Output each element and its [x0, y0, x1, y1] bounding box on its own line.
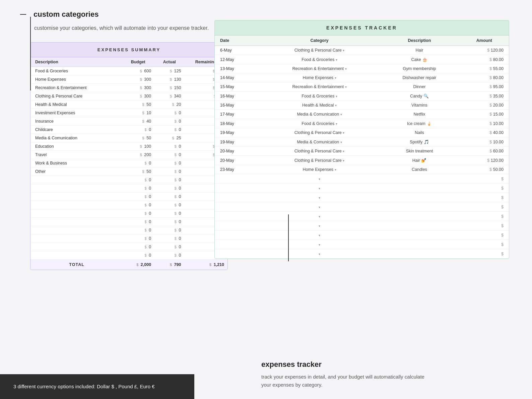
empty-actual: $ 0 [154, 201, 184, 209]
dropdown-arrow[interactable]: ▾ [340, 140, 342, 144]
dropdown-arrow[interactable]: ▾ [343, 131, 344, 135]
tracker-empty-desc [379, 202, 460, 212]
row-actual: $ 0 [154, 109, 184, 117]
dropdown-arrow[interactable]: ▾ [335, 104, 337, 107]
tracker-amount: $ 95.00 [460, 82, 509, 91]
summary-row: Travel $ 200 $ 0 $ 200 [30, 151, 227, 159]
tracker-empty-row: ▾ $ [215, 249, 509, 259]
summary-table: Description Budget Actual Remaining Food… [30, 57, 227, 270]
tracker-desc: Vitamins [379, 101, 460, 110]
empty-dropdown-arrow[interactable]: ▾ [319, 234, 320, 237]
summary-row: Work & Business $ 0 $ 0 $ 0 [30, 159, 227, 168]
row-desc: Investment Expenses [30, 109, 122, 117]
tracker-amount: $ 55.00 [460, 64, 509, 73]
tracker-empty-date [215, 249, 260, 259]
tracker-category: Recreation & Entertainment ▾ [260, 82, 379, 91]
empty-dropdown-arrow[interactable]: ▾ [319, 243, 320, 247]
empty-dropdown-arrow[interactable]: ▾ [319, 177, 320, 181]
empty-dropdown-arrow[interactable]: ▾ [319, 224, 320, 228]
vline-right-decoration [288, 214, 289, 261]
empty-desc [30, 184, 122, 193]
dropdown-arrow[interactable]: ▾ [345, 67, 347, 71]
row-budget: $ 100 [122, 142, 154, 151]
tracker-row: 13-May Recreation & Entertainment ▾ Gym … [215, 64, 509, 73]
row-desc: Work & Business [30, 159, 122, 168]
tracker-empty-amount: $ [460, 202, 509, 212]
custom-categories-title: custom categories [34, 10, 98, 19]
tracker-desc: Dinner [379, 82, 460, 91]
dropdown-arrow[interactable]: ▾ [336, 58, 337, 62]
tracker-empty-date [215, 193, 260, 202]
empty-dropdown-arrow[interactable]: ▾ [319, 252, 320, 256]
dropdown-arrow[interactable]: ▾ [345, 85, 347, 89]
tracker-col-description: Description [379, 36, 460, 46]
tracker-desc: Cake 🎂 [379, 55, 460, 64]
tracker-title: EXPENSES TRACKER [215, 20, 509, 36]
tracker-row: 14-May Home Expenses ▾ Dishwasher repair… [215, 73, 509, 82]
footer-remaining: $ 1,210 [184, 260, 227, 270]
tracker-empty-row: ▾ $ [215, 202, 509, 212]
tracker-empty-date [215, 230, 260, 240]
row-desc: Other [30, 168, 122, 176]
tracker-amount: $ 10.00 [460, 137, 509, 147]
row-budget: $ 50 [122, 101, 154, 109]
row-actual: $ 340 [154, 92, 184, 101]
dropdown-arrow[interactable]: ▾ [340, 113, 342, 116]
dropdown-arrow[interactable]: ▾ [336, 122, 337, 126]
row-desc: Home Expenses [30, 75, 122, 84]
tracker-row: 19-May Media & Comunication ▾ Spotify 🎵 … [215, 137, 509, 147]
summary-row: Food & Groceries $ 600 $ 125 $ 475 [30, 67, 227, 75]
empty-dropdown-arrow[interactable]: ▾ [319, 205, 320, 209]
dropdown-arrow[interactable]: ▾ [343, 159, 344, 162]
empty-actual: $ 0 [154, 176, 184, 184]
tracker-category: Clothing & Personal Care ▾ [260, 156, 379, 165]
summary-empty-row: $ 0 $ 0 $ 0 [30, 243, 227, 251]
tracker-desc: Gym membership [379, 64, 460, 73]
row-budget: $ 10 [122, 109, 154, 117]
tracker-empty-category: ▾ [260, 221, 379, 230]
tracker-row: 6-May Clothing & Personal Care ▾ Hair $ … [215, 46, 509, 55]
tracker-empty-desc [379, 249, 460, 259]
tracker-date: 12-May [215, 55, 260, 64]
tracker-amount: $ 20.00 [460, 101, 509, 110]
tracker-category: Clothing & Personal Care ▾ [260, 147, 379, 156]
empty-budget: $ 0 [122, 184, 154, 193]
tracker-amount: $ 120.00 [460, 46, 509, 55]
tracker-empty-desc [379, 193, 460, 202]
empty-budget: $ 0 [122, 201, 154, 209]
dropdown-arrow[interactable]: ▾ [335, 168, 336, 172]
empty-actual: $ 0 [154, 218, 184, 226]
empty-dropdown-arrow[interactable]: ▾ [319, 196, 320, 200]
dropdown-arrow[interactable]: ▾ [335, 76, 336, 80]
row-budget: $ 300 [122, 75, 154, 84]
summary-row: Clothing & Personal Care $ 300 $ 340 $ -… [30, 92, 227, 101]
expenses-tracker-desc: track your expenses in detail, and your … [261, 373, 429, 389]
expenses-tracker-label: expenses tracker [261, 360, 429, 369]
tracker-empty-amount: $ [460, 249, 509, 259]
tracker-table: Date Category Description Amount 6-May C… [215, 36, 509, 259]
empty-dropdown-arrow[interactable]: ▾ [319, 215, 320, 218]
summary-row: Other $ 50 $ 0 $ 50 [30, 168, 227, 176]
empty-budget: $ 0 [122, 226, 154, 235]
dropdown-arrow[interactable]: ▾ [336, 94, 337, 98]
summary-row: Insurance $ 40 $ 0 $ 40 [30, 117, 227, 126]
summary-footer-row: TOTAL $ 2,000 $ 790 $ 1,210 [30, 260, 227, 270]
tracker-empty-category: ▾ [260, 249, 379, 259]
col-actual: Actual [154, 57, 184, 67]
right-section: EXPENSES TRACKER Date Category Descripti… [214, 20, 509, 259]
tracker-empty-category: ▾ [260, 202, 379, 212]
dropdown-arrow[interactable]: ▾ [343, 149, 344, 153]
dropdown-arrow[interactable]: ▾ [343, 49, 344, 52]
row-budget: $ 600 [122, 67, 154, 75]
tracker-empty-row: ▾ $ [215, 174, 509, 184]
col-description: Description [30, 57, 122, 67]
empty-dropdown-arrow[interactable]: ▾ [319, 187, 320, 190]
row-actual: $ 150 [154, 84, 184, 92]
footer-label: TOTAL [30, 260, 122, 270]
tracker-empty-category: ▾ [260, 240, 379, 249]
summary-empty-row: $ 0 $ 0 $ 0 [30, 235, 227, 243]
left-section: custom categories customise your categor… [20, 10, 228, 270]
empty-actual: $ 0 [154, 226, 184, 235]
tracker-row: 20-May Clothing & Personal Care ▾ Skin t… [215, 147, 509, 156]
tracker-empty-row: ▾ $ [215, 212, 509, 221]
